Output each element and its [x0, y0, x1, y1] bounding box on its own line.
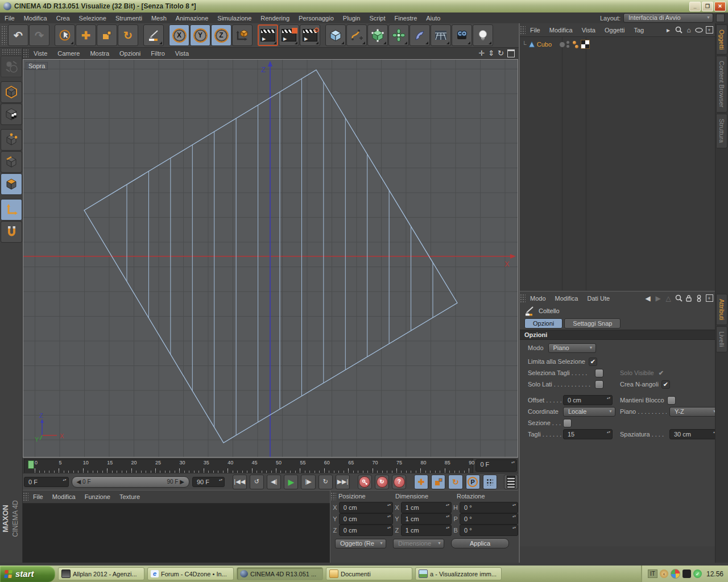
object-manager-grip[interactable]	[520, 26, 526, 35]
add-array-icon[interactable]	[388, 24, 409, 46]
crea-n-angoli-checkbox[interactable]: ✔	[661, 380, 670, 389]
selection-tag-icon[interactable]	[581, 40, 590, 49]
phong-tag-icon[interactable]	[573, 41, 578, 48]
knife-tool-icon[interactable]	[143, 24, 164, 46]
spaziatura-field[interactable]: 30 cm▴▾	[669, 429, 719, 439]
tray-palette-icon[interactable]	[671, 569, 680, 579]
make-editable-icon[interactable]	[1, 56, 22, 77]
add-cube-icon[interactable]	[325, 24, 346, 46]
axis-mode-icon[interactable]	[1, 199, 22, 221]
viewport-menu-viste[interactable]: Viste	[28, 50, 52, 57]
minimize-button[interactable]: _	[689, 2, 701, 11]
render-to-picture-viewer-icon[interactable]	[279, 24, 299, 46]
viewport-grip[interactable]	[23, 49, 28, 58]
viewport-zoom-icon[interactable]: ⇕	[488, 49, 494, 57]
coordinate-mode-dropdown[interactable]: Oggetto (Re	[335, 539, 386, 548]
timeline-frame-field[interactable]: 0 F▴▾	[475, 459, 517, 472]
attribute-menu-dati-ute[interactable]: Dati Ute	[583, 295, 615, 302]
menu-rendering[interactable]: Rendering	[256, 15, 294, 22]
options-section-header[interactable]: Opzioni	[520, 330, 715, 340]
object-menu-oggetti[interactable]: Oggetti	[600, 27, 629, 34]
eye-icon[interactable]	[695, 26, 703, 34]
mode-toolbar-grip[interactable]	[2, 49, 21, 55]
key-position-icon[interactable]: ✚	[414, 475, 428, 489]
material-menu-modifica[interactable]: Modifica	[48, 493, 80, 500]
menu-crea[interactable]: Crea	[52, 15, 75, 22]
seleziona-tagli-checkbox[interactable]	[595, 369, 603, 377]
search-icon[interactable]	[675, 26, 682, 34]
viewport-rotate-icon[interactable]: ↻	[498, 49, 504, 57]
next-frame-icon[interactable]: |▶	[301, 475, 315, 489]
z-axis-lock-icon[interactable]: Z	[211, 24, 231, 46]
render-settings-icon[interactable]: ⚙	[300, 24, 320, 46]
panel-tab-content-browser[interactable]: Content Browser	[716, 56, 727, 113]
coordinate-dropdown[interactable]: Locale	[563, 407, 615, 417]
play-forwards-icon[interactable]: ▶	[284, 475, 298, 489]
panel-tab-struttura[interactable]: Struttura	[716, 114, 727, 148]
parent-object-icon[interactable]: △	[664, 294, 672, 302]
rot-p-field[interactable]: 0 °▴▾	[460, 513, 518, 525]
menu-script[interactable]: Script	[365, 15, 390, 22]
pos-y-field[interactable]: 0 cm▴▾	[339, 513, 393, 525]
rotate-icon[interactable]: ↻	[118, 24, 138, 46]
lock-icon[interactable]	[685, 294, 693, 302]
language-indicator[interactable]: IT	[648, 569, 657, 578]
add-floor-icon[interactable]	[431, 24, 451, 46]
tray-device-icon[interactable]	[682, 569, 691, 578]
material-menu-texture[interactable]: Texture	[115, 493, 144, 500]
home-icon[interactable]: ⌂	[685, 26, 693, 34]
new-panel-icon[interactable]: +	[705, 26, 713, 34]
attribute-manager-grip[interactable]	[520, 294, 526, 303]
menu-mesh[interactable]: Mesh	[147, 15, 171, 22]
object-tree[interactable]: └ Cubo	[520, 36, 715, 290]
coordinates-grip[interactable]	[330, 492, 336, 500]
am-new-panel-icon[interactable]: +	[705, 294, 713, 302]
keyframe-help-icon[interactable]: ?	[392, 475, 406, 489]
viewport-menu-vista[interactable]: Vista	[170, 50, 194, 57]
restore-button[interactable]: ❐	[702, 2, 713, 11]
menu-simulazione[interactable]: Simulazione	[213, 15, 256, 22]
go-to-end-icon[interactable]: ▶▶|	[336, 475, 350, 489]
viewport-menu-camere[interactable]: Camere	[52, 50, 85, 57]
layout-grip-icon[interactable]	[716, 14, 725, 22]
viewport-menu-opzioni[interactable]: Opzioni	[114, 50, 146, 57]
menu-selezione[interactable]: Selezione	[75, 15, 111, 22]
panel-tab-attributi[interactable]: Attributi	[716, 294, 727, 325]
texture-mode-icon[interactable]	[1, 103, 22, 125]
autokeying-icon[interactable]: ↻	[375, 475, 389, 489]
key-scale-icon[interactable]	[431, 475, 445, 489]
add-spline-icon[interactable]	[346, 24, 367, 46]
menu-aiuto[interactable]: Aiuto	[421, 15, 445, 22]
points-mode-icon[interactable]	[1, 129, 22, 151]
viewport-menu-mostra[interactable]: Mostra	[85, 50, 114, 57]
menu-finestre[interactable]: Finestre	[390, 15, 422, 22]
live-selection-icon[interactable]	[55, 24, 75, 46]
history-back-icon[interactable]: ◀	[644, 294, 652, 302]
previous-frame-icon[interactable]: ◀|	[267, 475, 281, 489]
menu-overflow-icon[interactable]: ▸	[664, 26, 672, 34]
close-button[interactable]: ✕	[714, 2, 726, 11]
pos-x-field[interactable]: 0 cm▴▾	[339, 502, 393, 513]
key-rotation-icon[interactable]: ↻	[448, 475, 462, 489]
taskbar-task-1[interactable]: eForum - C4Dzone • In...	[147, 567, 234, 580]
material-manager-grip[interactable]	[23, 492, 28, 501]
timeline-filmstrip-icon[interactable]	[504, 475, 518, 489]
rot-b-field[interactable]: 0 °▴▾	[460, 525, 518, 536]
size-z-field[interactable]: 1 cm▴▾	[401, 525, 452, 536]
rot-h-field[interactable]: 0 °▴▾	[460, 502, 518, 513]
size-y-field[interactable]: 1 cm▴▾	[401, 513, 452, 525]
key-parameter-icon[interactable]: P	[466, 475, 480, 489]
render-visibility-dot[interactable]	[566, 41, 569, 44]
record-keyframe-icon[interactable]	[358, 475, 372, 489]
sezione-checkbox[interactable]	[563, 419, 572, 427]
limita-checkbox[interactable]: ✔	[589, 357, 597, 366]
object-menu-vista[interactable]: Vista	[577, 27, 600, 34]
taskbar-task-4[interactable]: a - Visualizzatore imm...	[415, 567, 502, 580]
coordinate-system-icon[interactable]	[232, 24, 253, 46]
add-light-icon[interactable]	[473, 24, 493, 46]
taskbar-task-3[interactable]: Documenti	[326, 567, 412, 580]
link-icon[interactable]	[695, 294, 703, 302]
tray-collapse-icon[interactable]: ‹	[660, 569, 668, 578]
edges-mode-icon[interactable]	[1, 151, 22, 173]
object-menu-tag[interactable]: Tag	[629, 27, 648, 34]
